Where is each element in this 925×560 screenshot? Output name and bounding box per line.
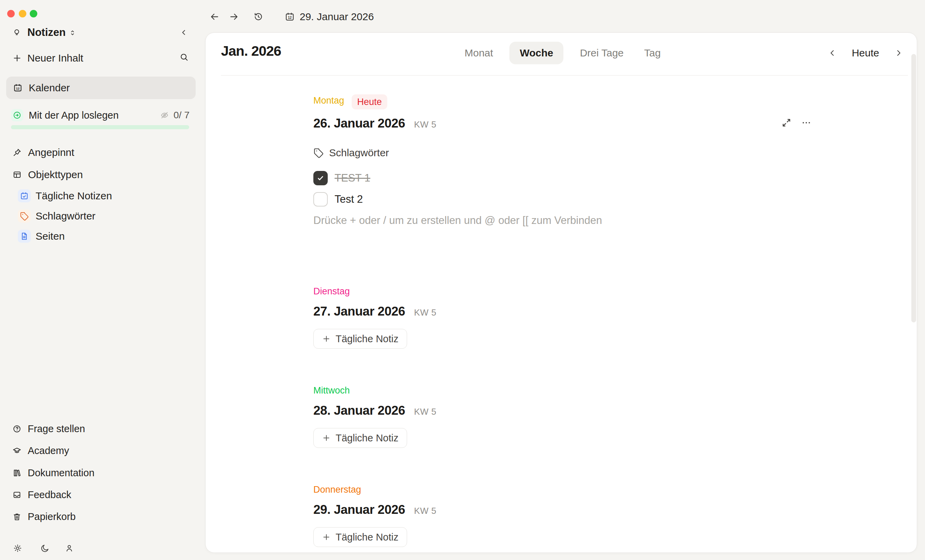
next-week-chevron-icon[interactable] xyxy=(894,48,903,57)
eye-off-icon[interactable] xyxy=(160,111,169,120)
tags-property-row[interactable]: Schlagwörter xyxy=(313,147,816,159)
sidebar-item-daily-notes[interactable]: Tägliche Notizen xyxy=(18,189,112,203)
arrow-circle-right-icon xyxy=(11,109,23,122)
page-icon xyxy=(18,230,31,243)
todo-item: TEST 1 xyxy=(313,168,816,189)
minimize-window-button[interactable] xyxy=(19,10,26,17)
forward-arrow-icon[interactable] xyxy=(229,12,239,22)
collapse-sidebar-icon[interactable] xyxy=(179,28,188,37)
tab-three-days[interactable]: Drei Tage xyxy=(576,42,628,64)
tab-month[interactable]: Monat xyxy=(461,42,497,64)
plus-icon xyxy=(322,334,331,343)
checkbox-checked[interactable] xyxy=(313,171,328,185)
history-icon[interactable] xyxy=(253,12,264,22)
ask-question-label: Frage stellen xyxy=(28,423,85,434)
day-name: Donnerstag xyxy=(313,483,361,496)
close-window-button[interactable] xyxy=(7,10,15,17)
pages-label: Seiten xyxy=(36,230,65,242)
week-number: KW 5 xyxy=(414,307,437,318)
page-title: Jan. 2026 xyxy=(221,43,281,59)
dark-mode-moon-icon[interactable] xyxy=(41,543,50,553)
day-date[interactable]: 27. Januar 2026 xyxy=(313,303,405,320)
day-section-wednesday: Mittwoch 28. Januar 2026 KW 5 Tägliche N… xyxy=(313,384,816,448)
prev-week-chevron-icon[interactable] xyxy=(828,48,837,57)
sidebar-item-ask-question[interactable]: Frage stellen xyxy=(12,423,85,435)
sidebar-item-tags[interactable]: Schlagwörter xyxy=(18,209,95,223)
vertical-scrollbar[interactable] xyxy=(911,54,916,323)
tags-property-label: Schlagwörter xyxy=(329,147,389,159)
sidebar-item-calendar[interactable]: 12 Kalender xyxy=(6,77,196,99)
today-badge: Heute xyxy=(352,95,387,110)
sidebar-item-documentation[interactable]: Dokumentation xyxy=(12,467,95,479)
checkbox-unchecked[interactable] xyxy=(313,192,328,207)
lightbulb-icon xyxy=(12,28,21,37)
graduation-cap-icon xyxy=(12,446,21,455)
table-icon xyxy=(12,170,22,180)
zoom-window-button[interactable] xyxy=(30,10,37,17)
day-name: Mittwoch xyxy=(313,384,350,396)
getting-started-progress-count: 0/ 7 xyxy=(171,109,190,122)
more-options-ellipsis-icon[interactable] xyxy=(801,118,811,128)
editor-placeholder[interactable]: Drücke + oder / um zu erstellen und @ od… xyxy=(313,213,816,228)
calendar-item-label: Kalender xyxy=(29,82,70,94)
add-daily-note-button[interactable]: Tägliche Notiz xyxy=(313,329,407,349)
day-name: Dienstag xyxy=(313,285,350,297)
calendar-icon[interactable]: 12 xyxy=(285,12,295,22)
topbar-current-date[interactable]: 29. Januar 2026 xyxy=(300,11,374,23)
add-daily-note-label: Tägliche Notiz xyxy=(336,333,399,345)
todo-text[interactable]: Test 2 xyxy=(334,193,363,206)
new-content-button[interactable]: Neuer Inhalt xyxy=(12,52,83,65)
sidebar-item-feedback[interactable]: Feedback xyxy=(12,489,71,501)
documentation-label: Dokumentation xyxy=(28,467,95,479)
workspace-name[interactable]: Notizen xyxy=(27,26,66,39)
new-content-label: Neuer Inhalt xyxy=(27,52,83,64)
sidebar-item-trash[interactable]: Papierkorb xyxy=(12,510,75,523)
day-date[interactable]: 29. Januar 2026 xyxy=(313,501,405,518)
add-daily-note-button[interactable]: Tägliche Notiz xyxy=(313,527,407,547)
sidebar-item-pages[interactable]: Seiten xyxy=(18,230,65,243)
day-date[interactable]: 26. Januar 2026 xyxy=(313,115,405,132)
tags-label: Schlagwörter xyxy=(36,210,95,222)
day-section-thursday: Donnerstag 29. Januar 2026 KW 5 Tägliche… xyxy=(313,483,816,547)
tab-week[interactable]: Woche xyxy=(509,42,563,64)
calendar-navigation: Heute xyxy=(828,41,903,65)
week-number: KW 5 xyxy=(414,407,437,417)
calendar-check-icon xyxy=(18,189,31,203)
trash-label: Papierkorb xyxy=(28,511,75,522)
inbox-icon xyxy=(12,490,21,500)
settings-gear-icon[interactable] xyxy=(13,543,22,553)
today-button[interactable]: Heute xyxy=(852,47,879,59)
add-daily-note-label: Tägliche Notiz xyxy=(336,432,399,444)
week-number: KW 5 xyxy=(414,119,437,130)
calendar-view-card: Jan. 2026 Monat Woche Drei Tage Tag Heut… xyxy=(205,33,917,553)
week-number: KW 5 xyxy=(414,506,437,516)
getting-started-progress-bar xyxy=(11,125,189,129)
day-name: Montag xyxy=(313,95,344,107)
back-arrow-icon[interactable] xyxy=(209,12,220,22)
todo-text[interactable]: TEST 1 xyxy=(334,172,371,184)
sidebar-item-object-types[interactable]: Objekttypen xyxy=(12,168,83,181)
view-tabs: Monat Woche Drei Tage Tag xyxy=(461,41,665,65)
tag-icon xyxy=(18,210,31,222)
academy-label: Academy xyxy=(28,445,69,456)
day-section-tuesday: Dienstag 27. Januar 2026 KW 5 Tägliche N… xyxy=(313,285,816,349)
sidebar-item-academy[interactable]: Academy xyxy=(12,444,69,457)
day-actions xyxy=(781,118,811,128)
profile-person-icon[interactable] xyxy=(65,543,74,553)
chevron-updown-icon[interactable] xyxy=(68,29,77,37)
question-circle-icon xyxy=(12,424,21,434)
plus-icon xyxy=(12,53,22,63)
add-daily-note-button[interactable]: Tägliche Notiz xyxy=(313,428,407,448)
svg-text:12: 12 xyxy=(288,16,292,20)
svg-text:12: 12 xyxy=(16,87,20,90)
pin-icon xyxy=(12,148,22,157)
expand-icon[interactable] xyxy=(781,118,792,128)
search-icon[interactable] xyxy=(179,52,189,62)
sidebar-item-pinned[interactable]: Angepinnt xyxy=(12,146,74,159)
calendar-icon: 12 xyxy=(13,83,23,93)
day-date[interactable]: 28. Januar 2026 xyxy=(313,402,405,419)
add-daily-note-label: Tägliche Notiz xyxy=(336,531,399,543)
books-icon xyxy=(12,468,21,477)
getting-started-label: Mit der App loslegen xyxy=(29,109,119,122)
tab-day[interactable]: Tag xyxy=(640,42,665,64)
